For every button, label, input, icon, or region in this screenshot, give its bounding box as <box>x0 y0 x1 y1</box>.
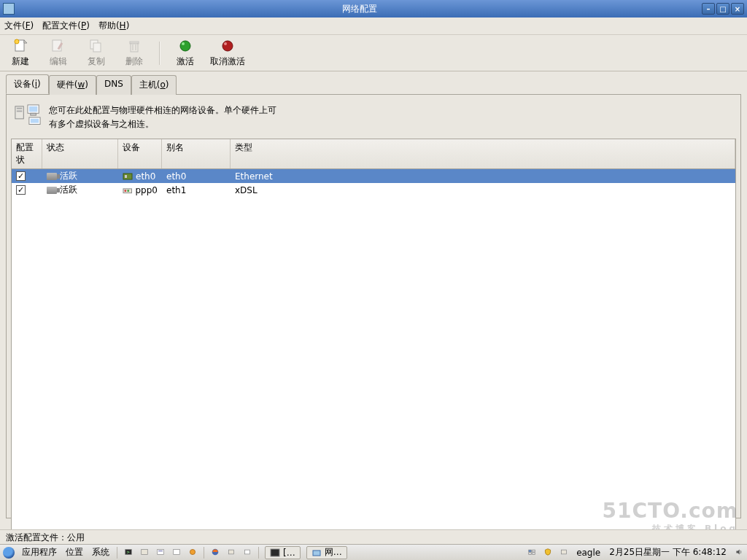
row-status: 活跃 <box>60 184 77 196</box>
netconfig-icon <box>311 548 322 558</box>
svg-rect-33 <box>174 549 180 554</box>
svg-point-14 <box>224 42 227 45</box>
new-button[interactable]: 新建 <box>7 38 34 68</box>
svg-rect-39 <box>313 551 320 556</box>
row-checkbox[interactable]: ✓ <box>16 185 26 195</box>
copy-label: 复制 <box>88 55 105 68</box>
launcher-icon[interactable] <box>187 548 198 558</box>
svg-rect-31 <box>158 549 164 554</box>
svg-rect-20 <box>31 113 36 115</box>
svg-rect-42 <box>529 552 532 554</box>
svg-rect-17 <box>17 110 23 112</box>
taskbar-apps[interactable]: 应用程序 <box>20 546 58 559</box>
col-alias[interactable]: 别名 <box>162 139 231 168</box>
menu-profile[interactable]: 配置文件(P) <box>42 20 90 32</box>
minimize-button[interactable]: – <box>702 3 715 15</box>
new-label: 新建 <box>12 55 29 68</box>
plug-icon <box>47 173 57 180</box>
row-alias: eth1 <box>166 185 186 195</box>
col-status[interactable]: 状态 <box>42 139 118 168</box>
table-header: 配置状 状态 设备 别名 类型 <box>11 139 736 168</box>
taskbar-separator <box>117 547 117 559</box>
terminal-launcher-icon[interactable]: > <box>123 548 133 558</box>
deactivate-button[interactable]: 取消激活 <box>210 38 245 68</box>
launcher-icon[interactable] <box>139 548 150 558</box>
taskbar-window-1[interactable]: [… <box>265 546 301 559</box>
svg-point-2 <box>15 39 19 44</box>
launcher-icon[interactable] <box>171 548 182 558</box>
menu-help[interactable]: 帮助(H) <box>98 20 129 32</box>
info-line1: 您可在此处配置与物理硬件相连的网络设备。单个硬件上可 <box>49 104 276 117</box>
taskbar-places[interactable]: 位置 <box>64 546 85 559</box>
row-checkbox[interactable]: ✓ <box>16 171 26 181</box>
new-icon <box>12 38 28 54</box>
tab-hardware[interactable]: 硬件(w) <box>49 75 96 95</box>
svg-rect-24 <box>125 175 127 178</box>
firefox-icon[interactable] <box>210 548 220 558</box>
plug-icon <box>47 187 57 194</box>
svg-rect-22 <box>31 119 39 123</box>
table-row[interactable]: ✓ 活跃 eth0 eth0 Ethernet <box>12 169 735 183</box>
delete-button[interactable]: 删除 <box>121 38 147 68</box>
launcher-icon[interactable] <box>242 548 252 558</box>
menu-file[interactable]: 文件(F) <box>4 20 34 32</box>
svg-marker-1 <box>24 40 27 43</box>
launcher-icon[interactable] <box>155 548 166 558</box>
edit-button[interactable]: 编辑 <box>45 38 71 68</box>
delete-label: 删除 <box>125 55 143 68</box>
svg-rect-19 <box>29 106 37 112</box>
col-device[interactable]: 设备 <box>118 139 162 168</box>
table-row[interactable]: ✓ 活跃 ppp0 eth1 xDSL <box>12 183 735 197</box>
svg-rect-43 <box>533 552 535 554</box>
edit-label: 编辑 <box>50 55 67 68</box>
svg-rect-37 <box>244 550 249 554</box>
taskbar-separator <box>204 547 204 559</box>
tab-dns[interactable]: DNS <box>96 75 131 95</box>
tab-bar: 设备(i) 硬件(w) DNS 主机(o) <box>0 71 747 94</box>
shield-icon[interactable] <box>543 548 553 558</box>
tab-hosts[interactable]: 主机(o) <box>131 75 177 95</box>
taskbar-window-2[interactable]: 网… <box>306 546 347 559</box>
close-button[interactable]: × <box>731 3 744 15</box>
svg-rect-41 <box>533 550 535 552</box>
tab-devices[interactable]: 设备(i) <box>6 74 49 94</box>
workspace-switcher-icon[interactable] <box>527 548 537 558</box>
row-device: eth0 <box>136 171 155 182</box>
taskbar-window-1-label: [… <box>283 548 295 558</box>
tray-icon[interactable] <box>559 548 569 558</box>
info-line2: 有多个虚拟设备与之相连。 <box>49 117 276 131</box>
copy-button[interactable]: 复制 <box>83 38 109 68</box>
activate-button[interactable]: 激活 <box>172 38 198 68</box>
terminal-icon <box>270 548 280 558</box>
svg-point-12 <box>182 42 185 45</box>
svg-marker-45 <box>736 549 739 554</box>
app-icon <box>3 3 15 15</box>
volume-icon[interactable] <box>734 548 744 558</box>
window-titlebar: 网络配置 – □ × <box>0 0 747 18</box>
nic-icon <box>123 172 133 181</box>
svg-rect-16 <box>17 108 23 109</box>
activate-icon <box>177 38 193 54</box>
svg-rect-44 <box>562 550 567 554</box>
svg-rect-40 <box>529 550 532 552</box>
taskbar-user[interactable]: eagle <box>575 548 602 558</box>
svg-point-13 <box>222 41 233 51</box>
toolbar: 新建 编辑 复制 删除 激活 取消激活 <box>0 35 747 71</box>
taskbar-date[interactable]: 2月25日星期一 下午 6:48:12 <box>608 546 728 559</box>
svg-rect-32 <box>158 550 163 551</box>
info-text: 您可在此处配置与物理硬件相连的网络设备。单个硬件上可 有多个虚拟设备与之相连。 <box>49 104 276 131</box>
svg-point-27 <box>127 190 129 192</box>
fedora-menu-icon[interactable] <box>3 547 15 559</box>
svg-point-34 <box>190 549 195 554</box>
device-table[interactable]: ✓ 活跃 eth0 eth0 Ethernet ✓ 活跃 ppp0 eth1 x… <box>11 168 736 533</box>
taskbar-system[interactable]: 系统 <box>90 546 111 559</box>
launcher-icon[interactable] <box>226 548 236 558</box>
col-config[interactable]: 配置状 <box>12 139 42 168</box>
svg-point-11 <box>180 41 190 51</box>
activate-label: 激活 <box>177 55 194 68</box>
col-type[interactable]: 类型 <box>231 139 735 168</box>
svg-rect-6 <box>93 43 101 52</box>
modem-icon <box>123 186 133 195</box>
edit-icon <box>50 38 66 54</box>
maximize-button[interactable]: □ <box>716 3 729 15</box>
